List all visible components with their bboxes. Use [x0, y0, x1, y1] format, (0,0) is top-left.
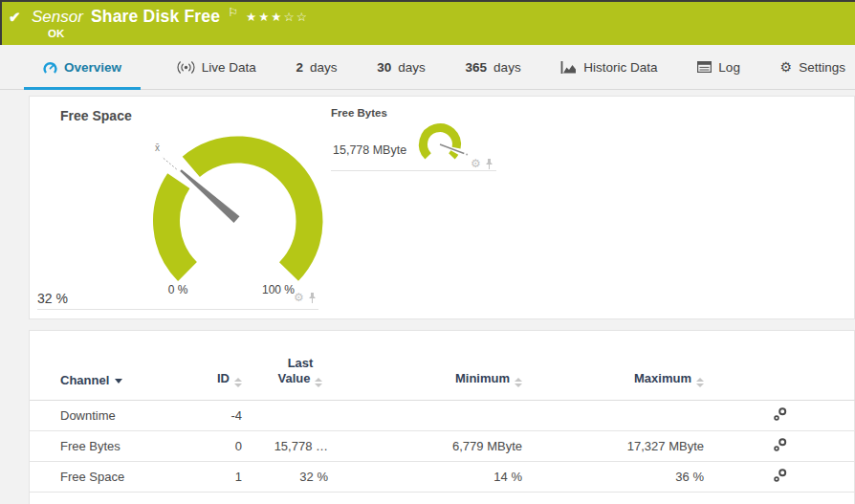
tab-overview-label: Overview — [64, 60, 121, 75]
table-row: Free Bytes 0 15,778 … 6,779 MByte 17,327… — [30, 431, 855, 462]
tab-log-label: Log — [718, 60, 740, 75]
channel-maximum: 36 % — [522, 462, 704, 493]
free-space-block-divider — [37, 309, 318, 310]
overview-gauges-panel: Free Space x̄ 0 % 100 % 32 % ⚙ Free Byte… — [29, 96, 855, 319]
gauge-scale-min-label: 0 % — [154, 283, 202, 296]
gear-icon: ⚙ — [780, 60, 793, 74]
channel-last-value: 15,778 … — [242, 431, 328, 462]
gauge-needle — [180, 169, 239, 223]
sort-icon[interactable] — [234, 378, 242, 387]
priority-stars-rating[interactable]: ★★★☆☆ — [246, 10, 309, 24]
average-marker-line — [162, 157, 176, 169]
tab-historic-data-label: Historic Data — [583, 60, 657, 75]
tab-2-days[interactable]: 2 days — [293, 45, 341, 89]
channel-last-value — [242, 401, 328, 431]
channels-table: Channel ID Last Value Minimum Maximum — [30, 331, 855, 493]
log-icon — [697, 61, 712, 73]
free-bytes-gauge-value: 15,778 MByte — [333, 143, 406, 157]
column-header-maximum[interactable]: Maximum — [522, 331, 704, 401]
channel-id: -4 — [192, 401, 242, 431]
column-header-last-value[interactable]: Last Value — [242, 331, 328, 401]
tab-live-data-label: Live Data — [202, 60, 256, 75]
tab-log[interactable]: Log — [693, 45, 744, 89]
channel-name[interactable]: Free Bytes — [30, 431, 192, 462]
tab-bar: Overview Live Data 2 days 30 days 365 da… — [0, 45, 855, 90]
column-header-actions — [704, 331, 855, 401]
tab-settings[interactable]: ⚙ Settings — [777, 45, 849, 89]
channel-minimum: 14 % — [328, 462, 522, 493]
channel-maximum — [522, 401, 704, 431]
sort-icon[interactable] — [515, 378, 522, 387]
column-header-id[interactable]: ID — [192, 331, 242, 401]
tab-2-days-number: 2 — [296, 60, 304, 75]
free-space-gauge: x̄ — [142, 125, 334, 288]
free-space-gauge-title: Free Space — [60, 108, 132, 123]
sensor-kind-label: Sensor — [32, 8, 83, 27]
channel-last-value: 32 % — [242, 462, 328, 493]
average-marker-label: x̄ — [155, 142, 160, 153]
column-header-minimum[interactable]: Minimum — [328, 331, 522, 401]
sensor-status-text: OK — [48, 28, 64, 39]
chevron-down-icon — [115, 379, 122, 383]
window-top-edge — [0, 0, 855, 2]
sensor-header: ✔ Sensor Share Disk Free ⚐ ★★★☆☆ OK — [0, 0, 855, 45]
table-row: Free Space 1 32 % 14 % 36 % — [30, 462, 855, 493]
free-bytes-gauge-title: Free Bytes — [331, 107, 387, 119]
channels-panel: Channel ID Last Value Minimum Maximum — [29, 330, 855, 504]
gauge-settings-gear-icon[interactable]: ⚙ — [471, 158, 481, 169]
tab-365-days-number: 365 — [466, 60, 488, 75]
tab-30-days-label: days — [398, 60, 426, 75]
channel-id: 0 — [192, 431, 242, 462]
tab-365-days[interactable]: 365 days — [462, 45, 525, 89]
free-bytes-block-divider — [331, 170, 496, 171]
gauge-settings-gear-icon[interactable]: ⚙ — [294, 292, 304, 303]
channel-settings-icon[interactable] — [773, 468, 788, 483]
tab-365-days-label: days — [493, 60, 521, 75]
tab-live-data[interactable]: Live Data — [173, 45, 260, 89]
table-row: Downtime -4 — [30, 401, 855, 431]
channel-settings-icon[interactable] — [773, 406, 788, 422]
free-bytes-gauge — [409, 114, 471, 175]
tab-overview[interactable]: Overview — [24, 45, 141, 89]
gauge-pin-icon[interactable] — [308, 293, 317, 303]
historic-chart-icon — [560, 61, 577, 74]
channel-name[interactable]: Free Space — [30, 462, 192, 493]
channel-settings-icon[interactable] — [773, 437, 788, 452]
average-marker-dot — [466, 154, 468, 156]
tab-historic-data[interactable]: Historic Data — [557, 45, 661, 89]
gauge-icon — [43, 61, 57, 74]
channel-id: 1 — [192, 462, 242, 493]
sort-icon[interactable] — [696, 378, 704, 387]
sensor-title: Share Disk Free — [91, 7, 220, 27]
channel-minimum — [328, 401, 522, 431]
priority-flag-icon[interactable]: ⚐ — [228, 6, 238, 19]
column-header-channel[interactable]: Channel — [30, 331, 192, 401]
channel-minimum: 6,779 MByte — [328, 431, 522, 462]
sort-icon[interactable] — [315, 378, 322, 387]
status-ok-check-icon: ✔ — [9, 9, 21, 26]
gauge-pin-icon[interactable] — [485, 159, 493, 169]
tab-30-days-number: 30 — [377, 60, 391, 75]
tab-30-days[interactable]: 30 days — [373, 45, 429, 89]
free-space-gauge-value: 32 % — [37, 291, 68, 306]
tab-2-days-label: days — [310, 60, 338, 75]
channel-name[interactable]: Downtime — [30, 401, 192, 431]
live-data-icon — [177, 61, 195, 74]
tab-settings-label: Settings — [799, 60, 845, 75]
window-left-edge — [0, 0, 2, 45]
channel-maximum: 17,327 MByte — [522, 431, 704, 462]
